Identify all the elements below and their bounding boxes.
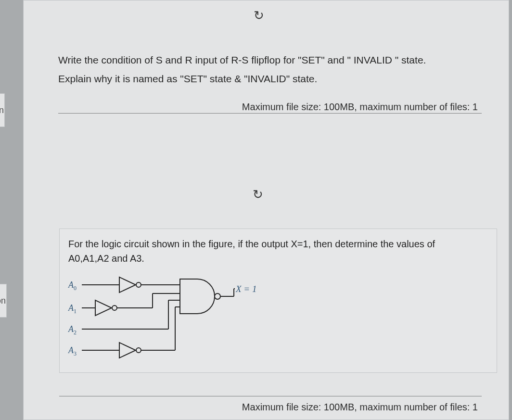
input-label-a1: A1 — [68, 303, 77, 315]
divider — [59, 396, 482, 396]
question-1-line1: Write the condition of S and R input of … — [58, 52, 481, 68]
svg-point-17 — [215, 293, 220, 299]
divider — [58, 113, 482, 114]
svg-point-5 — [112, 305, 117, 310]
loading-spinner-icon: ↻ — [254, 8, 264, 23]
svg-point-13 — [136, 348, 141, 353]
upload-limit-note: Maximum file size: 100MB, maximum number… — [242, 102, 478, 113]
nav-stub: n — [0, 93, 5, 127]
input-label-a2: A2 — [68, 324, 77, 336]
output-label: X = 1 — [236, 284, 256, 294]
upload-limit-note: Maximum file size: 100MB, maximum number… — [242, 402, 478, 413]
nav-stub: on — [0, 284, 7, 318]
question-2-line1: For the logic circuit shown in the figur… — [68, 239, 435, 249]
loading-spinner-icon: ↻ — [253, 187, 263, 202]
question-1-text: Write the condition of S and R input of … — [58, 52, 481, 87]
input-label-a3: A3 — [68, 345, 77, 357]
input-label-a0: A0 — [68, 280, 77, 292]
question-2-text: For the logic circuit shown in the figur… — [68, 237, 488, 266]
question-2-block: For the logic circuit shown in the figur… — [59, 229, 497, 373]
question-1-line2: Explain why it is named as "SET" state &… — [58, 71, 481, 87]
question-2-line2: A0,A1,A2 and A3. — [68, 253, 144, 264]
content-panel: ↻ Write the condition of S and R input o… — [23, 0, 509, 420]
svg-point-1 — [136, 282, 141, 287]
logic-circuit-diagram: A0 A1 A2 A3 X = 1 — [68, 276, 270, 368]
